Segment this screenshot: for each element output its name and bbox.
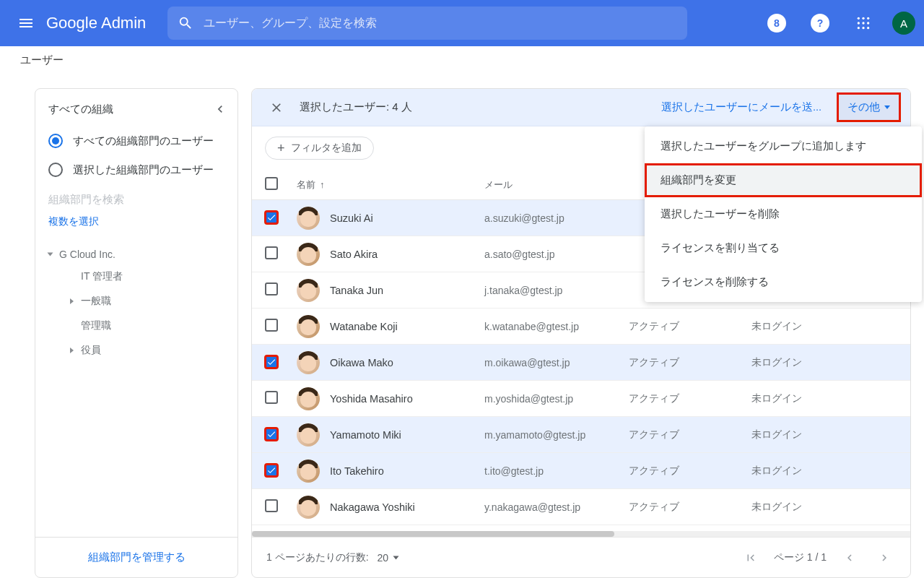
user-login: 未ログイン bbox=[751, 320, 897, 333]
pagination-bar: 1 ページあたりの行数: 20 ページ 1 / 1 bbox=[252, 537, 910, 577]
multi-select-link[interactable]: 複数を選択 bbox=[35, 210, 237, 234]
org-name: G Cloud Inc. bbox=[59, 249, 116, 260]
other-dropdown-button[interactable]: その他 bbox=[837, 93, 900, 121]
row-checkbox[interactable] bbox=[265, 391, 278, 404]
org-name: IT 管理者 bbox=[81, 270, 123, 283]
manage-orgs-link[interactable]: 組織部門を管理する bbox=[35, 537, 237, 577]
user-avatar bbox=[297, 315, 320, 338]
user-email: m.yoshida@gtest.jp bbox=[484, 393, 629, 405]
row-checkbox[interactable] bbox=[265, 211, 278, 224]
first-page-button[interactable] bbox=[739, 546, 762, 569]
radio-icon bbox=[48, 163, 63, 177]
column-email[interactable]: メール bbox=[484, 178, 629, 191]
org-sidebar: すべての組織 すべての組織部門のユーザー 選択した組織部門のユーザー 組織部門を… bbox=[35, 88, 238, 578]
dropdown-item[interactable]: ライセンスを割り当てる bbox=[645, 231, 922, 265]
logo-text: Google bbox=[46, 14, 97, 33]
user-status: アクティブ bbox=[629, 320, 751, 333]
table-row[interactable]: Nakagawa Yoshikiy.nakagawa@gtest.jpアクティブ… bbox=[252, 489, 910, 525]
row-checkbox[interactable] bbox=[265, 282, 278, 296]
selection-count: 選択したユーザー: 4 人 bbox=[300, 100, 412, 114]
next-page-button[interactable] bbox=[873, 546, 896, 569]
org-name: 役員 bbox=[81, 344, 101, 357]
row-checkbox[interactable] bbox=[265, 319, 278, 332]
radio-selected-org[interactable]: 選択した組織部門のユーザー bbox=[35, 155, 237, 184]
dropdown-item[interactable]: ライセンスを削除する bbox=[645, 265, 922, 299]
row-checkbox[interactable] bbox=[265, 246, 278, 259]
menu-icon[interactable] bbox=[9, 6, 43, 40]
apps-icon[interactable] bbox=[849, 9, 878, 38]
org-name: 一般職 bbox=[81, 295, 111, 308]
dropdown-item[interactable]: 選択したユーザーをグループに追加します bbox=[645, 129, 922, 163]
user-avatar bbox=[297, 351, 320, 374]
org-tree-item[interactable]: 一般職 bbox=[48, 289, 237, 314]
chevron-left-icon[interactable] bbox=[213, 102, 227, 116]
table-row[interactable]: Ito Takehirot.ito@gtest.jpアクティブ未ログイン bbox=[252, 453, 910, 489]
org-tree-item[interactable]: 役員 bbox=[48, 338, 237, 363]
table-row[interactable]: Yoshida Masahirom.yoshida@gtest.jpアクティブ未… bbox=[252, 381, 910, 417]
row-checkbox[interactable] bbox=[265, 499, 278, 512]
select-all-checkbox[interactable] bbox=[265, 177, 278, 190]
table-row[interactable]: Yamamoto Mikim.yamamoto@gtest.jpアクティブ未ログ… bbox=[252, 417, 910, 453]
account-info-icon[interactable]: 8 bbox=[762, 9, 791, 38]
row-checkbox[interactable] bbox=[265, 355, 278, 368]
svg-point-2 bbox=[867, 17, 869, 20]
org-tree-root[interactable]: G Cloud Inc. bbox=[48, 244, 237, 264]
chevron-down-icon bbox=[884, 105, 890, 109]
row-checkbox[interactable] bbox=[265, 428, 278, 441]
close-icon[interactable] bbox=[262, 93, 291, 122]
radio-all-orgs[interactable]: すべての組織部門のユーザー bbox=[35, 126, 237, 155]
row-checkbox[interactable] bbox=[265, 464, 278, 477]
org-tree-item[interactable]: IT 管理者 bbox=[48, 264, 237, 289]
horizontal-scrollbar[interactable] bbox=[252, 531, 910, 537]
table-row[interactable]: Watanabe Kojik.watanabe@gtest.jpアクティブ未ログ… bbox=[252, 309, 910, 345]
user-email: m.oikawa@gtest.jp bbox=[484, 357, 629, 368]
user-login: 未ログイン bbox=[751, 465, 897, 478]
org-tree-item[interactable]: 管理職 bbox=[48, 314, 237, 338]
user-name: Yoshida Masahiro bbox=[330, 393, 413, 405]
search-input[interactable] bbox=[204, 17, 677, 30]
rows-per-page-select[interactable]: 20 bbox=[378, 552, 398, 564]
prev-page-button[interactable] bbox=[838, 546, 861, 569]
svg-point-6 bbox=[858, 27, 860, 29]
user-avatar bbox=[297, 243, 320, 266]
svg-point-5 bbox=[867, 22, 869, 24]
svg-point-8 bbox=[867, 27, 869, 29]
logo[interactable]: Google Admin bbox=[46, 14, 146, 33]
search-box[interactable] bbox=[167, 7, 687, 40]
user-login: 未ログイン bbox=[751, 428, 897, 441]
org-search-input[interactable]: 組織部門を検索 bbox=[35, 184, 237, 210]
radio-icon bbox=[48, 134, 63, 148]
user-email: a.suzuki@gtest.jp bbox=[484, 212, 629, 224]
user-email: k.watanabe@gtest.jp bbox=[484, 321, 629, 332]
user-email: j.tanaka@gtest.jp bbox=[484, 285, 629, 296]
user-login: 未ログイン bbox=[751, 392, 897, 405]
svg-point-3 bbox=[858, 22, 860, 24]
dropdown-item[interactable]: 選択したユーザーを削除 bbox=[645, 197, 922, 231]
radio-label: 選択した組織部門のユーザー bbox=[73, 163, 214, 177]
user-avatar bbox=[297, 460, 320, 483]
chevron-down-icon bbox=[48, 253, 53, 256]
column-name[interactable]: 名前↑ bbox=[297, 178, 484, 191]
email-selected-button[interactable]: 選択したユーザーにメールを送... bbox=[661, 100, 821, 114]
table-row[interactable]: Oikawa Makom.oikawa@gtest.jpアクティブ未ログイン bbox=[252, 345, 910, 381]
breadcrumb: ユーザー bbox=[0, 46, 924, 75]
selection-bar: 選択したユーザー: 4 人 選択したユーザーにメールを送... その他 bbox=[252, 89, 910, 126]
user-avatar bbox=[297, 496, 320, 519]
user-name: Tanaka Jun bbox=[330, 285, 383, 296]
add-filter-button[interactable]: + フィルタを追加 bbox=[265, 137, 374, 160]
page-indicator: ページ 1 / 1 bbox=[774, 551, 827, 564]
user-status: アクティブ bbox=[629, 501, 751, 514]
chevron-down-icon bbox=[393, 556, 399, 559]
org-name: 管理職 bbox=[81, 319, 111, 332]
user-avatar bbox=[297, 207, 320, 230]
user-email: y.nakagawa@gtest.jp bbox=[484, 501, 629, 513]
logo-text-admin: Admin bbox=[101, 14, 146, 33]
user-login: 未ログイン bbox=[751, 356, 897, 369]
dropdown-item[interactable]: 組織部門を変更 bbox=[645, 163, 922, 197]
user-status: アクティブ bbox=[629, 392, 751, 405]
help-icon[interactable]: ? bbox=[806, 9, 834, 38]
other-dropdown-menu: 選択したユーザーをグループに追加します組織部門を変更選択したユーザーを削除ライセ… bbox=[645, 126, 922, 302]
user-avatar[interactable]: A bbox=[892, 12, 915, 35]
sidebar-header[interactable]: すべての組織 bbox=[35, 89, 237, 126]
svg-point-0 bbox=[858, 17, 860, 20]
